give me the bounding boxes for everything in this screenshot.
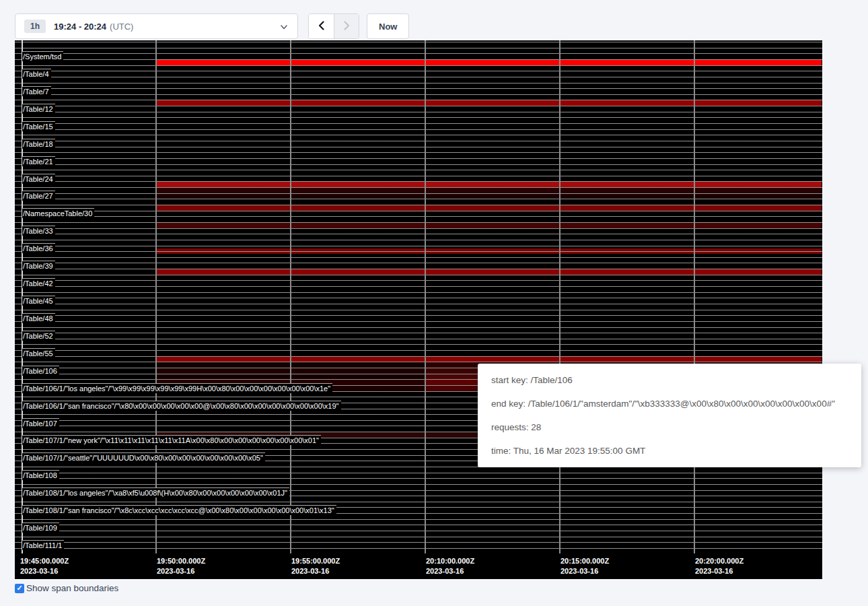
row-label: /Table/18 bbox=[22, 139, 55, 149]
tooltip-line: end key: /Table/106/1/"amsterdam"/"\xb33… bbox=[491, 399, 848, 409]
row-label: /Table/27 bbox=[22, 191, 55, 201]
vertical-gridline bbox=[425, 40, 426, 553]
tooltip: start key: /Table/106end key: /Table/106… bbox=[478, 364, 861, 467]
now-button[interactable]: Now bbox=[367, 13, 409, 39]
heat-band bbox=[156, 59, 822, 65]
row-label: /Table/45 bbox=[22, 296, 55, 306]
range-label: 19:24 - 20:24 bbox=[54, 22, 106, 32]
heat-band bbox=[156, 222, 822, 228]
span-boundaries-checkbox[interactable]: ✓ bbox=[15, 584, 24, 593]
tooltip-line: requests: 28 bbox=[491, 422, 848, 432]
row-label: /Table/36 bbox=[22, 243, 55, 253]
row-label: /Table/109 bbox=[22, 523, 59, 533]
row-label: /Table/21 bbox=[22, 156, 55, 166]
row-label: /Table/106/1/"san francisco"/"\x80\x00\x… bbox=[22, 401, 341, 411]
x-tick: 19:55:00.000Z2023-03-16 bbox=[291, 556, 340, 576]
footer: ✓ Show span boundaries bbox=[15, 583, 118, 593]
row-label: /Table/107 bbox=[22, 418, 59, 428]
next-interval-button[interactable] bbox=[334, 14, 359, 38]
tick-time: 19:45:00.000Z bbox=[20, 556, 69, 566]
tick-time: 20:15:00.000Z bbox=[560, 556, 609, 566]
x-tick: 19:50:00.000Z2023-03-16 bbox=[157, 556, 205, 576]
heatmap[interactable]: /System/tsd/Table/4/Table/7/Table/12/Tab… bbox=[15, 40, 822, 553]
row-label: /Table/108/1/"san francisco"/"\x8c\xcc\x… bbox=[22, 505, 336, 515]
heat-band bbox=[156, 269, 822, 275]
vertical-gridline bbox=[694, 40, 695, 553]
span-boundary-grid bbox=[15, 42, 822, 553]
row-label: /Table/111/1 bbox=[22, 540, 64, 550]
tooltip-line: time: Thu, 16 Mar 2023 19:55:00 GMT bbox=[491, 446, 848, 456]
x-tick: 20:20:00.000Z2023-03-16 bbox=[695, 556, 744, 576]
row-label: /Table/42 bbox=[22, 278, 55, 288]
row-label: /Table/24 bbox=[22, 174, 55, 184]
time-axis: 19:45:00.000Z2023-03-1619:50:00.000Z2023… bbox=[15, 553, 822, 579]
tick-date: 2023-03-16 bbox=[291, 566, 340, 576]
vertical-gridline bbox=[290, 40, 291, 553]
check-icon: ✓ bbox=[16, 584, 22, 592]
range-duration-badge: 1h bbox=[24, 20, 46, 33]
x-tick: 19:45:00.000Z2023-03-16 bbox=[20, 556, 69, 576]
row-label: /Table/107/1/"new york"/"\x11\x11\x11\x1… bbox=[22, 435, 321, 445]
row-label: /Table/33 bbox=[22, 226, 55, 236]
row-label: /Table/48 bbox=[22, 313, 55, 323]
heat-band bbox=[156, 181, 822, 187]
tick-time: 20:20:00.000Z bbox=[695, 556, 744, 566]
tick-date: 2023-03-16 bbox=[157, 566, 205, 576]
prev-interval-button[interactable] bbox=[309, 14, 334, 38]
tick-date: 2023-03-16 bbox=[560, 566, 609, 576]
time-nav-group bbox=[308, 13, 359, 39]
range-timezone-label: (UTC) bbox=[110, 22, 133, 32]
heat-band bbox=[156, 248, 822, 255]
row-label: /Table/15 bbox=[22, 121, 55, 131]
row-label: /Table/12 bbox=[22, 104, 55, 114]
tick-time: 19:50:00.000Z bbox=[157, 556, 205, 566]
tick-date: 2023-03-16 bbox=[426, 566, 474, 576]
checkbox-label: Show span boundaries bbox=[26, 583, 118, 593]
toolbar: 1h 19:24 - 20:24 (UTC) Now bbox=[0, 0, 868, 40]
row-label: /Table/55 bbox=[22, 348, 55, 358]
row-label: /Table/52 bbox=[22, 331, 55, 341]
tick-time: 20:10:00.000Z bbox=[426, 556, 474, 566]
heat-band bbox=[156, 100, 822, 106]
x-tick: 20:10:00.000Z2023-03-16 bbox=[426, 556, 474, 576]
row-label: /System/tsd bbox=[22, 51, 63, 61]
chevron-right-icon bbox=[342, 20, 351, 33]
row-label: /Table/106/1/"los angeles"/"\x99\x99\x99… bbox=[22, 383, 332, 393]
vertical-gridline bbox=[559, 40, 560, 553]
heat-band bbox=[156, 205, 822, 211]
row-label: /Table/7 bbox=[22, 86, 51, 96]
row-label: /Table/107/1/"seattle"/"UUUUUUD\x00\x80\… bbox=[22, 452, 265, 463]
tick-date: 2023-03-16 bbox=[695, 566, 744, 576]
heat-band bbox=[156, 193, 822, 199]
vertical-gridline bbox=[155, 40, 157, 553]
row-label: /Table/39 bbox=[22, 261, 55, 271]
row-label: /Table/4 bbox=[22, 69, 51, 79]
chevron-left-icon bbox=[317, 20, 326, 33]
tooltip-line: start key: /Table/106 bbox=[491, 375, 848, 385]
tick-date: 2023-03-16 bbox=[20, 566, 69, 576]
tick-time: 19:55:00.000Z bbox=[291, 556, 340, 566]
row-label: /Table/108 bbox=[22, 470, 59, 480]
heat-band bbox=[156, 187, 822, 193]
heat-band bbox=[156, 356, 822, 362]
row-label: /Table/106 bbox=[22, 366, 59, 376]
chevron-down-icon bbox=[280, 22, 288, 34]
row-label: /Table/108/1/"los angeles"/"\xa8\xf5\u00… bbox=[22, 487, 289, 498]
key-visualizer: /System/tsd/Table/4/Table/7/Table/12/Tab… bbox=[15, 40, 822, 579]
time-range-select[interactable]: 1h 19:24 - 20:24 (UTC) bbox=[15, 13, 298, 39]
x-tick: 20:15:00.000Z2023-03-16 bbox=[560, 556, 609, 576]
row-label: /NamespaceTable/30 bbox=[22, 208, 94, 218]
